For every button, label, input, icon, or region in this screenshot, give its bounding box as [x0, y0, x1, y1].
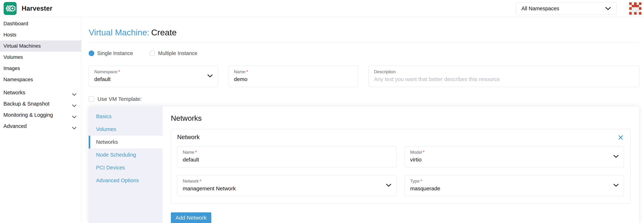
required-marker: *	[423, 150, 424, 155]
harvester-logo-icon	[4, 2, 16, 15]
tab-networks[interactable]: Networks	[89, 136, 162, 149]
add-network-button[interactable]: Add Network	[171, 212, 211, 223]
chevron-down-icon	[386, 184, 391, 188]
sidebar-item-namespaces[interactable]: Namespaces	[0, 74, 81, 85]
namespace-select-value: default	[94, 76, 212, 82]
chevron-down-icon	[207, 74, 213, 78]
sidebar-group-backup-snapshot[interactable]: Backup & Snapshot	[0, 98, 81, 109]
radio-single-instance[interactable]: Single Instance	[89, 50, 133, 56]
tab-volumes[interactable]: Volumes	[89, 123, 162, 136]
chevron-down-icon	[613, 184, 619, 188]
type-select[interactable]: Type* masquerade	[404, 175, 624, 196]
network-name-value: default	[183, 157, 391, 163]
basics-fields-row: Namespace* default Name* demo Descriptio…	[89, 66, 639, 87]
sidebar-group-advanced[interactable]: Advanced	[0, 121, 81, 132]
required-marker: *	[118, 69, 120, 74]
radio-multiple-instance[interactable]: Multiple Instance	[150, 50, 198, 56]
chevron-down-icon	[72, 125, 76, 128]
chevron-down-icon	[72, 91, 76, 94]
chevron-down-icon	[72, 114, 76, 116]
network-card-title: Network	[177, 134, 200, 141]
networks-section-heading: Networks	[171, 114, 631, 123]
chevron-down-icon	[72, 102, 76, 105]
network-name-field[interactable]: Name* default	[177, 146, 396, 167]
networks-tab-content: Networks Network Name* default Model*	[162, 106, 639, 223]
description-field[interactable]: Description Any text you want that bette…	[368, 66, 639, 87]
sidebar-item-hosts[interactable]: Hosts	[0, 29, 81, 40]
sidebar-item-virtual-machines[interactable]: Virtual Machines	[0, 40, 81, 52]
chevron-down-icon	[613, 155, 619, 159]
instance-mode-radio-group: Single Instance Multiple Instance	[89, 50, 639, 56]
chevron-down-icon	[605, 7, 611, 10]
required-marker: *	[246, 69, 248, 74]
remove-network-icon[interactable]	[618, 134, 624, 141]
sidebar-group-networks[interactable]: Networks	[0, 87, 81, 98]
tab-pci-devices[interactable]: PCI Devices	[89, 161, 162, 174]
description-placeholder: Any text you want that better describes …	[374, 76, 634, 82]
config-tab-list: Basics Volumes Networks Node Scheduling …	[89, 106, 162, 223]
page-title-action: Create	[151, 28, 176, 37]
user-avatar[interactable]	[629, 2, 642, 15]
required-marker: *	[200, 179, 201, 184]
model-select[interactable]: Model* virtio	[404, 146, 624, 167]
namespace-select[interactable]: Namespace* default	[89, 66, 218, 87]
required-marker: *	[420, 179, 422, 184]
page-title-resource: Virtual Machine:	[89, 28, 149, 37]
use-vm-template-label: Use VM Template:	[98, 96, 142, 102]
use-vm-template-row: Use VM Template:	[89, 96, 639, 102]
tab-node-scheduling[interactable]: Node Scheduling	[89, 149, 162, 161]
page-title: Virtual Machine:Create	[89, 27, 639, 37]
radio-selected-icon	[89, 50, 94, 56]
required-marker: *	[195, 150, 197, 155]
main-content: Virtual Machine:Create Single Instance M…	[82, 17, 644, 223]
sidebar-nav: Dashboard Hosts Virtual Machines Volumes…	[0, 17, 81, 223]
type-select-value: masquerade	[410, 186, 618, 192]
radio-unselected-icon	[150, 50, 155, 56]
name-field[interactable]: Name* demo	[228, 66, 358, 87]
namespace-filter-dropdown[interactable]: All Namespaces	[516, 2, 616, 15]
sidebar-item-dashboard[interactable]: Dashboard	[0, 18, 81, 29]
app-title: Harvester	[22, 5, 52, 12]
network-select-value: management Network	[183, 186, 391, 192]
sidebar-item-volumes[interactable]: Volumes	[0, 52, 81, 63]
tab-basics[interactable]: Basics	[89, 110, 162, 123]
vm-config-panel: Basics Volumes Networks Node Scheduling …	[89, 106, 639, 223]
tab-advanced-options[interactable]: Advanced Options	[89, 174, 162, 187]
namespace-filter-value: All Namespaces	[522, 5, 559, 11]
name-field-value: demo	[234, 76, 352, 82]
app-header: Harvester All Namespaces	[0, 0, 644, 17]
use-vm-template-checkbox[interactable]	[89, 96, 94, 102]
sidebar-group-monitoring-logging[interactable]: Monitoring & Logging	[0, 109, 81, 121]
network-select[interactable]: Network* management Network	[177, 175, 396, 196]
sidebar-item-images[interactable]: Images	[0, 63, 81, 74]
network-card: Network Name* default Model* virtio	[171, 129, 631, 204]
model-select-value: virtio	[410, 157, 618, 163]
